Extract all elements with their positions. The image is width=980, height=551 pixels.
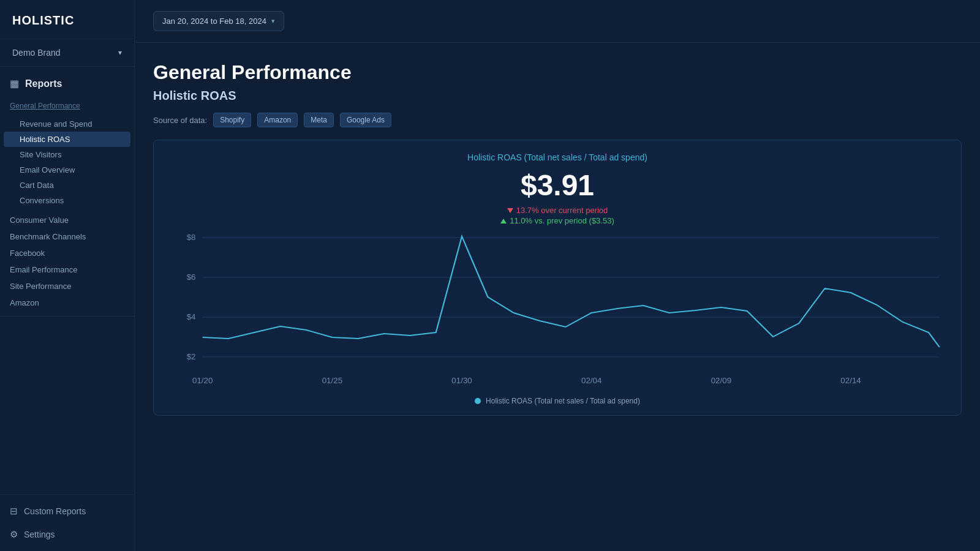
nav-item-revenue-spend[interactable]: Revenue and Spend — [0, 116, 134, 132]
svg-text:02/09: 02/09 — [711, 377, 731, 385]
content-area: General Performance Holistic ROAS Source… — [135, 43, 980, 551]
chart-area: $8 $6 $4 $2 01/20 01/25 01/30 02/04 02/0… — [168, 231, 946, 391]
source-meta[interactable]: Meta — [304, 113, 334, 127]
source-label: Source of data: — [153, 116, 207, 125]
custom-reports-label: Custom Reports — [24, 506, 86, 516]
reports-header: ▦ Reports — [0, 73, 134, 97]
svg-text:01/30: 01/30 — [451, 377, 472, 385]
chart-svg: $8 $6 $4 $2 01/20 01/25 01/30 02/04 02/0… — [168, 231, 946, 391]
legend-label: Holistic ROAS (Total net sales / Total a… — [486, 397, 640, 405]
triangle-up-icon — [500, 219, 507, 223]
gear-icon: ⚙ — [10, 529, 18, 540]
svg-text:02/14: 02/14 — [840, 377, 861, 385]
reports-label: Reports — [25, 78, 62, 89]
settings-label: Settings — [24, 530, 55, 539]
svg-text:01/20: 01/20 — [192, 377, 213, 385]
chart-title: Holistic ROAS (Total net sales / Total a… — [168, 152, 946, 162]
svg-text:$2: $2 — [187, 353, 196, 361]
source-google-ads[interactable]: Google Ads — [340, 113, 391, 127]
stat-up-text: 11.0% vs. prev period ($3.53) — [510, 216, 614, 225]
svg-text:$8: $8 — [187, 234, 196, 242]
svg-text:$4: $4 — [187, 313, 196, 321]
sidebar: HOLISTIC Demo Brand ▾ ▦ Reports General … — [0, 0, 135, 551]
brand-name: Demo Brand — [12, 48, 118, 58]
sidebar-bottom: ⊟ Custom Reports ⚙ Settings — [0, 494, 134, 551]
nav-item-email-overview[interactable]: Email Overview — [0, 162, 134, 178]
brand-selector[interactable]: Demo Brand ▾ — [0, 39, 134, 67]
custom-reports-item[interactable]: ⊟ Custom Reports — [0, 500, 134, 523]
nav-item-cart-data[interactable]: Cart Data — [0, 178, 134, 193]
nav-item-amazon[interactable]: Amazon — [0, 294, 134, 311]
nav-item-conversions[interactable]: Conversions — [0, 193, 134, 208]
nav-item-holistic-roas[interactable]: Holistic ROAS — [4, 132, 130, 147]
custom-reports-icon: ⊟ — [10, 506, 18, 517]
source-amazon[interactable]: Amazon — [257, 113, 298, 127]
triangle-down-icon — [507, 208, 513, 213]
chart-value: $3.91 — [168, 168, 946, 202]
svg-text:02/04: 02/04 — [581, 377, 601, 385]
nav-item-benchmark-channels[interactable]: Benchmark Channels — [0, 228, 134, 245]
section-subtitle: Holistic ROAS — [153, 89, 962, 103]
settings-item[interactable]: ⚙ Settings — [0, 523, 134, 546]
date-range-value: Jan 20, 2024 to Feb 18, 2024 — [162, 17, 266, 26]
nav-item-site-visitors[interactable]: Site Visitors — [0, 147, 134, 162]
chart-card: Holistic ROAS (Total net sales / Total a… — [153, 140, 962, 416]
svg-text:$6: $6 — [187, 274, 196, 282]
chevron-down-icon: ▾ — [271, 17, 275, 25]
reports-section: ▦ Reports General Performance Revenue an… — [0, 67, 134, 317]
source-shopify[interactable]: Shopify — [213, 113, 251, 127]
nav-item-consumer-value[interactable]: Consumer Value — [0, 212, 134, 228]
stat-down-text: 13.7% over current period — [516, 206, 608, 215]
date-range-picker[interactable]: Jan 20, 2024 to Feb 18, 2024 ▾ — [153, 11, 284, 31]
svg-text:01/25: 01/25 — [322, 377, 342, 385]
nav-item-site-performance[interactable]: Site Performance — [0, 278, 134, 294]
bar-chart-icon: ▦ — [10, 78, 19, 89]
nav-item-facebook[interactable]: Facebook — [0, 245, 134, 261]
main-content: Jan 20, 2024 to Feb 18, 2024 ▾ General P… — [135, 0, 980, 551]
source-row: Source of data: Shopify Amazon Meta Goog… — [153, 113, 962, 127]
chart-legend: Holistic ROAS (Total net sales / Total a… — [168, 397, 946, 405]
page-title: General Performance — [153, 61, 962, 84]
general-performance-header[interactable]: General Performance — [0, 97, 134, 113]
app-name: HOLISTIC — [12, 13, 74, 27]
top-bar: Jan 20, 2024 to Feb 18, 2024 ▾ — [135, 0, 980, 43]
chart-stat-up: 11.0% vs. prev period ($3.53) — [168, 216, 946, 225]
nav-item-email-performance[interactable]: Email Performance — [0, 261, 134, 278]
chevron-down-icon: ▾ — [118, 48, 122, 57]
app-logo: HOLISTIC — [0, 0, 134, 39]
legend-dot — [475, 398, 481, 404]
chart-header: Holistic ROAS (Total net sales / Total a… — [168, 152, 946, 225]
chart-stat-down: 13.7% over current period — [168, 206, 946, 215]
general-performance-nav: Revenue and Spend Holistic ROAS Site Vis… — [0, 113, 134, 212]
